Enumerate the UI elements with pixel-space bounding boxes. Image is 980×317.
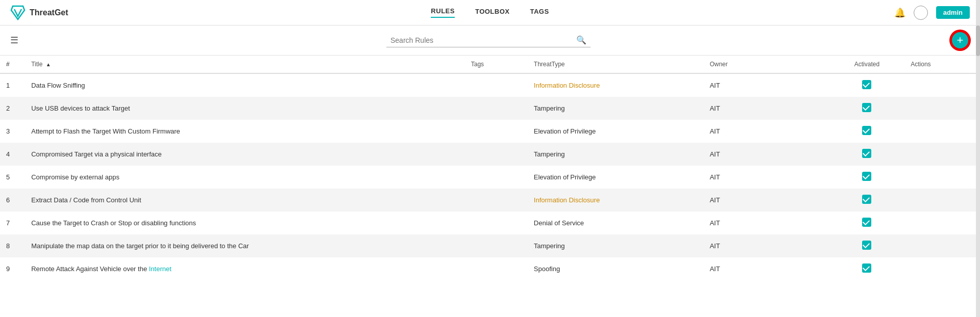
search-bar: 🔍 <box>386 33 591 47</box>
add-rule-button[interactable]: + <box>950 31 970 50</box>
table-row[interactable]: 2 Use USB devices to attack Target Tampe… <box>0 97 980 120</box>
row-activated <box>829 257 905 280</box>
activated-checkbox[interactable] <box>862 172 871 181</box>
activated-checkbox[interactable] <box>862 195 871 204</box>
row-title: Manipulate the map data on the target pr… <box>31 242 249 250</box>
search-icon[interactable]: 🔍 <box>576 35 586 45</box>
row-title: Cause the Target to Crash or Stop or dis… <box>31 219 196 227</box>
header: ThreatGet RULES TOOLBOX TAGS 🔔 admin <box>0 0 980 25</box>
row-tags <box>465 97 528 120</box>
row-threattype: Elevation of Privilege <box>528 166 704 189</box>
row-tags <box>465 189 528 212</box>
activated-checkbox[interactable] <box>862 80 871 89</box>
row-activated <box>829 120 905 143</box>
rules-table-wrapper: # Title ▲ Tags ThreatType Owner Activate… <box>0 56 980 280</box>
row-threattype: Information Disclosure <box>528 73 704 97</box>
row-activated <box>829 212 905 234</box>
row-actions <box>904 143 980 166</box>
row-num: 5 <box>0 166 25 189</box>
app-title: ThreatGet <box>30 8 68 17</box>
row-num: 9 <box>0 257 25 280</box>
row-activated <box>829 73 905 97</box>
row-actions <box>904 97 980 120</box>
activated-checkbox[interactable] <box>862 241 871 250</box>
row-title-cell: Attempt to Flash the Target With Custom … <box>25 120 465 143</box>
row-owner: AIT <box>703 143 829 166</box>
toolbar-row: ☰ 🔍 + <box>0 25 980 56</box>
filter-icon[interactable]: ☰ <box>10 35 18 46</box>
row-title-cell: Manipulate the map data on the target pr… <box>25 234 465 257</box>
col-header-threattype: ThreatType <box>528 56 704 73</box>
table-row[interactable]: 6 Extract Data / Code from Control Unit … <box>0 189 980 212</box>
row-owner: AIT <box>703 120 829 143</box>
row-owner: AIT <box>703 212 829 234</box>
row-tags <box>465 166 528 189</box>
search-input[interactable] <box>390 36 576 44</box>
table-row[interactable]: 7 Cause the Target to Crash or Stop or d… <box>0 212 980 234</box>
header-right: 🔔 admin <box>878 6 970 20</box>
col-header-title[interactable]: Title ▲ <box>25 56 465 73</box>
row-owner: AIT <box>703 166 829 189</box>
row-title: Extract Data / Code from Control Unit <box>31 196 141 204</box>
nav-tab-rules[interactable]: RULES <box>431 7 455 18</box>
avatar <box>914 6 928 20</box>
row-tags <box>465 257 528 280</box>
activated-checkbox[interactable] <box>862 149 871 158</box>
row-num: 4 <box>0 143 25 166</box>
scrollbar-thumb[interactable] <box>976 25 980 56</box>
col-header-activated: Activated <box>829 56 905 73</box>
row-actions <box>904 120 980 143</box>
row-title: Compromised Target via a physical interf… <box>31 150 162 158</box>
row-title-cell: Compromised Target via a physical interf… <box>25 143 465 166</box>
row-num: 7 <box>0 212 25 234</box>
row-tags <box>465 234 528 257</box>
table-row[interactable]: 1 Data Flow Sniffing Information Disclos… <box>0 73 980 97</box>
row-owner: AIT <box>703 189 829 212</box>
row-num: 1 <box>0 73 25 97</box>
row-activated <box>829 166 905 189</box>
bell-icon[interactable]: 🔔 <box>894 7 905 18</box>
admin-button[interactable]: admin <box>936 6 970 19</box>
table-header: # Title ▲ Tags ThreatType Owner Activate… <box>0 56 980 73</box>
row-title: Use USB devices to attack Target <box>31 104 130 112</box>
row-tags <box>465 73 528 97</box>
row-title-cell: Cause the Target to Crash or Stop or dis… <box>25 212 465 234</box>
activated-checkbox[interactable] <box>862 218 871 227</box>
row-num: 3 <box>0 120 25 143</box>
row-title-cell: Compromise by external apps <box>25 166 465 189</box>
row-tags <box>465 212 528 234</box>
table-row[interactable]: 9 Remote Attack Against Vehicle over the… <box>0 257 980 280</box>
row-tags <box>465 120 528 143</box>
col-header-owner: Owner <box>703 56 829 73</box>
row-tags <box>465 143 528 166</box>
scrollbar[interactable] <box>976 0 980 280</box>
row-owner: AIT <box>703 97 829 120</box>
activated-checkbox[interactable] <box>862 263 871 273</box>
row-actions <box>904 257 980 280</box>
table-row[interactable]: 5 Compromise by external apps Elevation … <box>0 166 980 189</box>
row-activated <box>829 143 905 166</box>
table-row[interactable]: 4 Compromised Target via a physical inte… <box>0 143 980 166</box>
row-title: Compromise by external apps <box>31 173 119 181</box>
row-num: 8 <box>0 234 25 257</box>
row-title-cell: Data Flow Sniffing <box>25 73 465 97</box>
row-actions <box>904 189 980 212</box>
col-header-actions: Actions <box>904 56 980 73</box>
row-title: Data Flow Sniffing <box>31 82 85 89</box>
main-nav: RULES TOOLBOX TAGS <box>102 7 878 18</box>
search-container: 🔍 <box>27 33 950 47</box>
row-num: 6 <box>0 189 25 212</box>
table-row[interactable]: 3 Attempt to Flash the Target With Custo… <box>0 120 980 143</box>
activated-checkbox[interactable] <box>862 103 871 112</box>
row-owner: AIT <box>703 234 829 257</box>
table-row[interactable]: 8 Manipulate the map data on the target … <box>0 234 980 257</box>
internet-link[interactable]: Internet <box>149 265 172 273</box>
activated-checkbox[interactable] <box>862 126 871 135</box>
row-actions <box>904 212 980 234</box>
row-title: Attempt to Flash the Target With Custom … <box>31 127 180 135</box>
row-title-cell: Extract Data / Code from Control Unit <box>25 189 465 212</box>
nav-tab-toolbox[interactable]: TOOLBOX <box>475 8 510 17</box>
nav-tab-tags[interactable]: TAGS <box>530 8 549 17</box>
row-actions <box>904 73 980 97</box>
sort-arrow-title: ▲ <box>46 62 51 67</box>
